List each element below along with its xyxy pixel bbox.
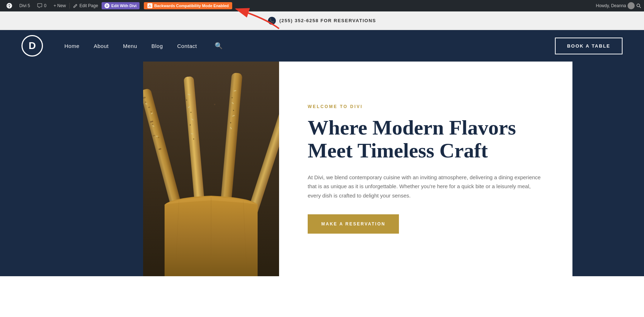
hero-left-pad — [0, 62, 72, 276]
search-icon-admin[interactable] — [636, 3, 641, 8]
book-table-button[interactable]: Book a Table — [555, 38, 623, 54]
nav-home[interactable]: Home — [64, 43, 79, 49]
nav-menu[interactable]: Menu — [123, 43, 137, 49]
hero-content-col: Welcome to Divi Where Modern Flavors Mee… — [279, 62, 572, 276]
comments-item[interactable]: 0 — [34, 0, 50, 11]
food-illustration — [143, 62, 279, 276]
new-item[interactable]: + New — [50, 0, 69, 11]
nav-bar: D Home About Menu Blog Contact 🔍 Book a … — [0, 30, 644, 62]
comments-count: 0 — [44, 3, 47, 8]
compat-mode-badge[interactable]: ⚠ Backwards Compatibility Mode Enabled — [144, 2, 232, 9]
hero-section: Welcome to Divi Where Modern Flavors Mee… — [0, 62, 644, 276]
site-logo[interactable]: D — [21, 35, 43, 57]
admin-bar-right: Howdy, Deanna — [596, 2, 641, 9]
user-avatar[interactable] — [628, 2, 635, 9]
svg-point-21 — [156, 136, 158, 137]
edit-page-item[interactable]: Edit Page — [70, 0, 102, 11]
welcome-label: Welcome to Divi — [308, 104, 544, 109]
reservation-button[interactable]: Make a Reservation — [308, 214, 399, 234]
divi-d-icon: D — [104, 3, 109, 8]
edit-with-divi-label: Edit With Divi — [111, 4, 137, 8]
phone-icon: 📞 — [268, 17, 276, 25]
hero-description: At Divi, we blend contemporary cuisine w… — [308, 173, 544, 200]
howdy-label: Howdy, Deanna — [596, 3, 626, 8]
nav-contact[interactable]: Contact — [177, 43, 197, 49]
hero-right-pad — [572, 62, 644, 276]
svg-point-2 — [637, 4, 640, 7]
hero-title: Where Modern Flavors Meet Timeless Craft — [308, 116, 544, 162]
nav-search-icon[interactable]: 🔍 — [215, 42, 223, 50]
edit-page-label: Edit Page — [79, 3, 98, 8]
wordpress-icon-item[interactable] — [3, 0, 16, 11]
hero-food-image — [143, 62, 279, 276]
svg-line-3 — [640, 7, 641, 8]
divi5-label: Divi 5 — [19, 3, 30, 8]
nav-blog[interactable]: Blog — [151, 43, 163, 49]
warning-icon: ⚠ — [147, 3, 152, 8]
phone-text: (255) 352-6258 FOR RESERVATIONS — [279, 18, 376, 23]
compat-label: Backwards Compatibility Mode Enabled — [154, 4, 229, 8]
hero-content: Welcome to Divi Where Modern Flavors Mee… — [308, 104, 544, 234]
admin-bar: Divi 5 0 + New Edit Page D Edit With Div… — [0, 0, 644, 11]
divi5-item[interactable]: Divi 5 — [16, 0, 34, 11]
nav-links: Home About Menu Blog Contact 🔍 — [64, 42, 555, 50]
nav-about[interactable]: About — [94, 43, 109, 49]
info-bar: 📞 (255) 352-6258 FOR RESERVATIONS — [0, 11, 644, 30]
edit-with-divi-item[interactable]: D Edit With Divi — [102, 2, 140, 9]
new-label: + New — [54, 3, 66, 8]
svg-point-7 — [214, 104, 215, 105]
